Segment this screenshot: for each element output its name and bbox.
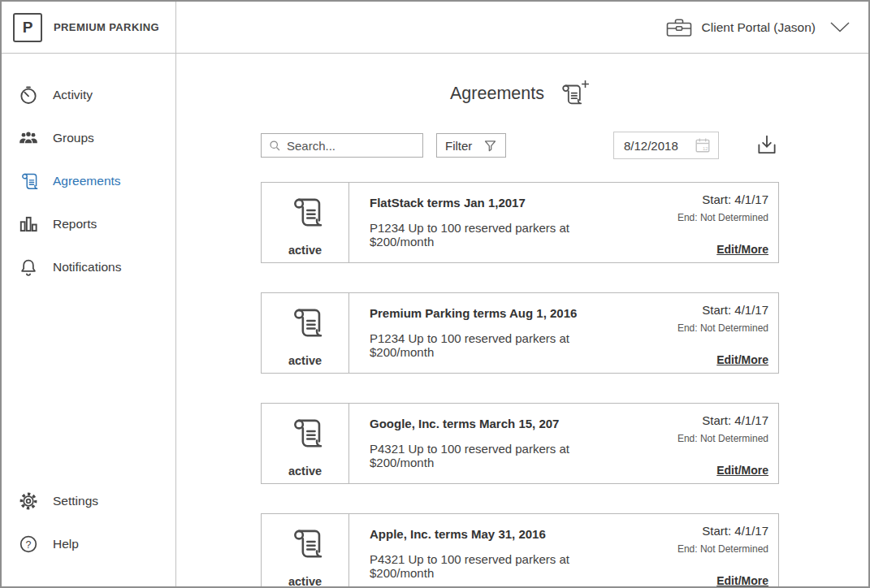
page-title: Agreements — [450, 84, 544, 104]
sidebar-item-label: Settings — [53, 494, 98, 508]
app-window: P PREMIUM PARKING Client Portal (Jason) … — [2, 2, 868, 586]
agreement-description: P4321 Up to 100 reserved parkers at $200… — [370, 442, 630, 469]
sidebar-item-label: Agreements — [53, 174, 121, 188]
agreement-description: P1234 Up to 100 reserved parkers at $200… — [370, 331, 630, 359]
agreement-details: FlatStack terms Jan 1,2017 P1234 Up to 1… — [349, 183, 778, 262]
main-content: Agreements Filter 8/12/2018 — [176, 54, 868, 586]
scroll-icon — [287, 193, 324, 231]
bell-icon — [18, 257, 39, 278]
agreement-description: P1234 Up to 100 reserved parkers at $200… — [370, 221, 630, 249]
agreement-title: Google, Inc. terms March 15, 207 — [370, 417, 630, 430]
sidebar-item-label: Activity — [53, 88, 93, 102]
agreement-card: active Premium Parking terms Aug 1, 2016… — [261, 292, 779, 374]
agreement-card: active Google, Inc. terms March 15, 207 … — [261, 403, 779, 484]
sidebar-item-help[interactable]: Help — [2, 522, 175, 565]
groups-icon — [18, 128, 39, 149]
start-date: Start: 4/1/17 — [702, 303, 768, 317]
help-icon — [18, 534, 39, 555]
scroll-icon — [18, 171, 39, 192]
sidebar-item-settings[interactable]: Settings — [2, 479, 175, 522]
agreement-details: Apple, Inc. terms May 31, 2016 P4321 Up … — [349, 514, 778, 586]
agreement-card: active Apple, Inc. terms May 31, 2016 P4… — [261, 513, 779, 586]
agreement-card: active FlatStack terms Jan 1,2017 P1234 … — [261, 182, 779, 263]
status-badge: active — [288, 465, 322, 478]
scroll-icon — [287, 525, 324, 562]
brand-name: PREMIUM PARKING — [54, 21, 159, 33]
sidebar-item-reports[interactable]: Reports — [2, 202, 175, 245]
sidebar-footer: Settings Help — [2, 479, 175, 586]
logo: P — [13, 13, 42, 42]
sidebar-item-label: Groups — [53, 131, 94, 145]
end-date: End: Not Determined — [677, 433, 768, 444]
start-date: Start: 4/1/17 — [702, 192, 768, 206]
brand-area: P PREMIUM PARKING — [2, 2, 176, 54]
filter-button[interactable]: Filter — [436, 133, 506, 158]
calendar-icon — [694, 136, 712, 154]
download-icon[interactable] — [755, 133, 779, 158]
date-value: 8/12/2018 — [624, 139, 678, 153]
chevron-down-icon[interactable] — [829, 21, 851, 33]
end-date: End: Not Determined — [677, 322, 768, 334]
toolbar: Filter 8/12/2018 — [261, 132, 779, 159]
sidebar-item-notifications[interactable]: Notifications — [2, 245, 175, 288]
edit-more-link[interactable]: Edit/More — [716, 243, 768, 256]
plus-icon — [581, 80, 590, 89]
agreement-description: P4321 Up to 100 reserved parkers at $200… — [370, 552, 630, 580]
edit-more-link[interactable]: Edit/More — [716, 353, 768, 366]
agreement-status-panel: active — [262, 293, 349, 373]
agreement-title: FlatStack terms Jan 1,2017 — [370, 196, 630, 210]
gear-icon — [18, 491, 39, 512]
gauge-icon — [18, 84, 39, 106]
agreement-status-panel: active — [262, 183, 349, 262]
search-icon — [269, 140, 281, 152]
start-date: Start: 4/1/17 — [702, 413, 768, 427]
filter-label: Filter — [445, 139, 472, 153]
date-field[interactable]: 8/12/2018 — [613, 132, 719, 159]
sidebar-item-label: Reports — [53, 217, 97, 231]
sidebar-item-activity[interactable]: Activity — [2, 73, 175, 116]
status-badge: active — [288, 354, 322, 367]
bar-chart-icon — [18, 214, 39, 235]
sidebar-item-agreements[interactable]: Agreements — [2, 159, 175, 202]
sidebar: Activity Groups Agreements Reports Notif… — [2, 54, 176, 586]
agreement-title: Apple, Inc. terms May 31, 2016 — [370, 527, 630, 541]
add-agreement-icon[interactable] — [557, 80, 590, 107]
agreement-title: Premium Parking terms Aug 1, 2016 — [370, 306, 630, 320]
agreement-status-panel: active — [262, 404, 349, 483]
agreement-list: active FlatStack terms Jan 1,2017 P1234 … — [261, 182, 779, 586]
edit-more-link[interactable]: Edit/More — [716, 464, 768, 477]
end-date: End: Not Determined — [677, 543, 768, 555]
agreement-details: Premium Parking terms Aug 1, 2016 P1234 … — [349, 293, 778, 373]
search-input[interactable] — [287, 139, 448, 153]
sidebar-item-label: Notifications — [53, 260, 121, 275]
scroll-icon — [287, 304, 324, 341]
scroll-icon — [287, 414, 324, 452]
top-bar: Client Portal (Jason) — [176, 2, 868, 54]
sidebar-item-label: Help — [53, 537, 79, 551]
logo-letter: P — [23, 19, 33, 37]
briefcase-icon — [665, 17, 693, 38]
edit-more-link[interactable]: Edit/More — [716, 574, 768, 586]
filter-funnel-icon — [483, 139, 497, 153]
search-box[interactable] — [261, 133, 423, 158]
agreement-status-panel: active — [262, 514, 349, 586]
page-header: Agreements — [261, 80, 779, 107]
agreement-details: Google, Inc. terms March 15, 207 P4321 U… — [349, 404, 778, 483]
status-badge: active — [288, 575, 322, 586]
portal-label: Client Portal (Jason) — [702, 20, 816, 35]
end-date: End: Not Determined — [677, 212, 768, 223]
status-badge: active — [288, 244, 322, 257]
start-date: Start: 4/1/17 — [702, 524, 768, 538]
sidebar-item-groups[interactable]: Groups — [2, 116, 175, 159]
